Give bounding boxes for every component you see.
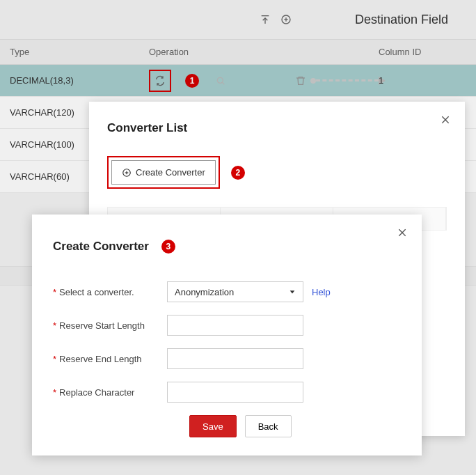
search-icon[interactable]: [213, 73, 228, 88]
converter-select[interactable]: Anonymization: [167, 281, 303, 302]
table-header-row: Type Operation Column ID: [0, 39, 476, 65]
save-button[interactable]: Save: [189, 415, 237, 437]
create-converter-modal: Create Converter 3 *Select a converter. …: [32, 215, 422, 455]
trash-icon[interactable]: [295, 73, 306, 88]
close-icon[interactable]: [440, 114, 451, 127]
converter-select-value: Anonymization: [175, 287, 234, 297]
svg-point-5: [217, 77, 223, 83]
svg-line-6: [222, 82, 224, 84]
col-header-column-id: Column ID: [369, 40, 476, 64]
reserve-start-input[interactable]: [167, 315, 303, 336]
destination-field-title: Destination Field: [355, 13, 462, 27]
create-converter-highlight-box: Create Converter: [107, 156, 220, 189]
field-select-converter: *Select a converter. Anonymization Help: [53, 281, 401, 302]
field-reserve-start: *Reserve Start Length: [53, 315, 401, 336]
upload-to-top-icon[interactable]: [257, 12, 273, 27]
create-converter-button[interactable]: Create Converter: [111, 160, 216, 185]
callout-2: 2: [231, 166, 245, 180]
create-converter-title: Create Converter 3: [53, 240, 401, 254]
callout-1: 1: [185, 74, 199, 88]
cell-dest: 1: [369, 68, 476, 93]
col-header-type: Type: [0, 40, 139, 64]
converter-highlight-box: [149, 70, 171, 92]
add-circle-icon[interactable]: [278, 12, 294, 27]
replace-char-input[interactable]: [167, 382, 303, 403]
help-link[interactable]: Help: [312, 287, 331, 297]
field-reserve-end: *Reserve End Length: [53, 348, 401, 369]
chevron-down-icon: [289, 288, 296, 295]
col-header-operation: Operation: [139, 40, 285, 64]
close-icon[interactable]: [397, 227, 408, 240]
back-button[interactable]: Back: [245, 415, 292, 437]
col-header-gap: [285, 40, 369, 64]
table-row[interactable]: DECIMAL(18,3) 1: [0, 65, 476, 97]
field-replace-char: *Replace Character: [53, 382, 401, 403]
callout-3: 3: [161, 240, 175, 254]
cell-type: DECIMAL(18,3): [0, 68, 139, 93]
create-converter-label: Create Converter: [136, 167, 205, 178]
convert-icon[interactable]: [152, 73, 168, 88]
reserve-end-input[interactable]: [167, 348, 303, 369]
header-row: Destination Field: [0, 0, 476, 39]
converter-list-title: Converter List: [107, 121, 447, 135]
svg-marker-14: [290, 290, 295, 293]
